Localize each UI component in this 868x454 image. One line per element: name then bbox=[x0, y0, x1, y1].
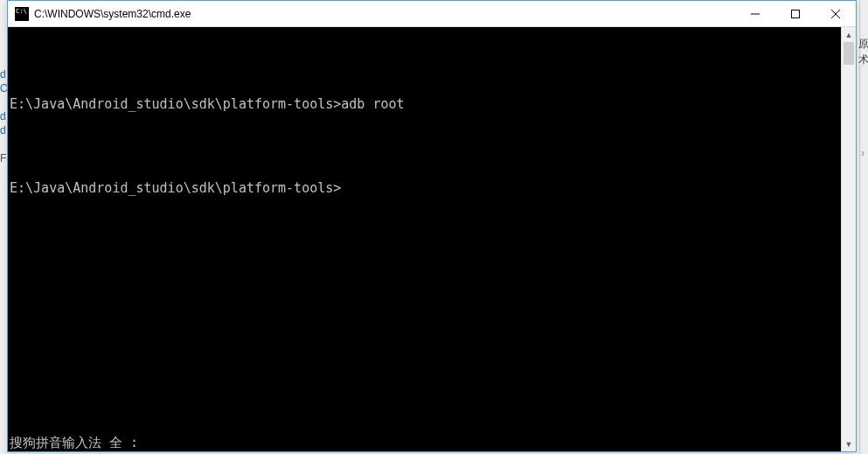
terminal-line: E:\Java\Android_studio\sdk\platform-tool… bbox=[8, 97, 841, 111]
terminal-line: E:\Java\Android_studio\sdk\platform-tool… bbox=[8, 181, 841, 195]
scroll-down-button[interactable]: ▼ bbox=[842, 437, 856, 451]
minimize-button[interactable] bbox=[735, 1, 775, 26]
bg-char: 术 bbox=[858, 52, 868, 67]
chevron-right-icon: › bbox=[861, 147, 865, 159]
scrollbar-track[interactable] bbox=[842, 42, 856, 437]
terminal-blank-line bbox=[8, 139, 841, 153]
bg-char: d bbox=[0, 124, 6, 136]
prompt: E:\Java\Android_studio\sdk\platform-tool… bbox=[10, 180, 341, 196]
command-text: adb root bbox=[341, 96, 404, 112]
terminal-output[interactable]: E:\Java\Android_studio\sdk\platform-tool… bbox=[8, 27, 841, 451]
window-title: C:\WINDOWS\system32\cmd.exe bbox=[34, 8, 735, 20]
window-controls bbox=[735, 1, 856, 26]
cmd-window: C:\WINDOWS\system32\cmd.exe E:\Java\Andr… bbox=[7, 0, 857, 452]
cmd-icon bbox=[15, 7, 29, 21]
background-right-panel: 原 术 › bbox=[859, 0, 868, 454]
vertical-scrollbar[interactable]: ▲ ▼ bbox=[841, 27, 856, 451]
scrollbar-thumb[interactable] bbox=[844, 42, 854, 65]
close-button[interactable] bbox=[816, 1, 856, 26]
terminal-blank-line bbox=[8, 55, 841, 69]
svg-rect-1 bbox=[792, 10, 800, 17]
titlebar[interactable]: C:\WINDOWS\system32\cmd.exe bbox=[8, 1, 856, 27]
prompt: E:\Java\Android_studio\sdk\platform-tool… bbox=[10, 96, 341, 112]
bg-char: F bbox=[0, 152, 6, 164]
maximize-button[interactable] bbox=[775, 1, 816, 26]
client-area: E:\Java\Android_studio\sdk\platform-tool… bbox=[8, 27, 856, 451]
bg-char: 原 bbox=[858, 37, 868, 52]
bg-char: d bbox=[0, 110, 6, 122]
bg-char: d bbox=[0, 68, 6, 80]
scroll-up-button[interactable]: ▲ bbox=[842, 27, 856, 42]
ime-status: 搜狗拼音输入法 全 : bbox=[10, 436, 138, 450]
